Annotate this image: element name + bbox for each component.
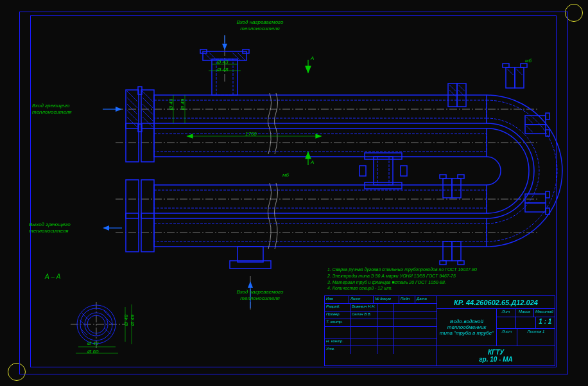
dim-d43-top: Ø 43 [217, 59, 228, 65]
label-input-heated-bottom: Вход нагреваемого теплоносителя [221, 289, 298, 301]
note-4: 4. Количество секций - 12 шт. [327, 285, 555, 292]
sec-dim-d48: Ø 48 [123, 315, 129, 326]
title-block-right: КР. 44.260602.65.Д12.024 Водо-водяной те… [437, 296, 555, 365]
org-group: гр. 10 - МА [479, 356, 513, 363]
tb-hdr-list: Лист [349, 296, 374, 303]
doc-number: КР. 44.260602.65.Д12.024 [437, 296, 555, 309]
tb-prover-name: Селин В.В. [350, 311, 377, 319]
tb-hdr-data: Дата [415, 296, 433, 303]
technical-notes: 1. Сварка ручная дуговая стальных трубоп… [327, 267, 555, 292]
meta-listov: Листов 1 [517, 329, 555, 346]
section-a-a-label: А – А [45, 273, 60, 281]
meta-lit: Лит [497, 309, 515, 317]
doc-desc-2: типа "труба в трубе" [440, 330, 494, 336]
dim-d48-top: Ø 48 [217, 67, 228, 73]
note-2: 2. Электроды типа Э 50 А марки УОНИ 13/5… [327, 273, 555, 279]
org-name: КГТУ [488, 349, 504, 356]
sec-dim-d60: Ø 60 [87, 349, 98, 355]
doc-desc-1: Водо-водяной теплообменник [438, 319, 495, 330]
tb-razrab-name: Вивевич Н.Н. [350, 304, 377, 311]
tb-razrab-label: Разраб. [325, 304, 350, 311]
section-marker-a-top: А [311, 55, 314, 61]
tb-hdr-izm: Изм [325, 296, 349, 303]
label-input-heating-left: Вход греющего теплоносителя [32, 103, 103, 115]
tb-hdr-ndokum: № докум [374, 296, 399, 303]
label-output-heating-left: Выход греющего теплоносителя [29, 222, 103, 234]
tb-utv-label: Утв. [325, 346, 350, 354]
sec-dim-d43: Ø 43 [87, 340, 98, 346]
meta-list: Лист [497, 329, 517, 346]
meta-massa: Масса [515, 309, 534, 317]
note-3: 3. Материал труб и фланцев ■сталь 20 ГОС… [327, 279, 555, 286]
dim-d43-v: Ø 43 [168, 99, 174, 110]
sec-dim-d49: Ø 49 [130, 315, 135, 326]
dim-d49-v: Ø 49 [180, 99, 186, 110]
title-block: Изм Лист № докум Подп Дата Разраб. Вивев… [324, 295, 555, 366]
dim-1700: 1700 [245, 131, 257, 137]
tb-prover-label: Провер. [325, 311, 350, 319]
tb-nkontr-label: Н. контр. [325, 338, 350, 346]
org-block: КГТУ гр. 10 - МА [437, 346, 555, 365]
bolt-marker-1: мб [282, 172, 289, 178]
doc-description: Водо-водяной теплообменник типа "труба в… [437, 309, 497, 346]
meta-mashtab: Масштаб [534, 309, 555, 317]
title-block-left: Изм Лист № докум Подп Дата Разраб. Вивев… [325, 296, 437, 365]
note-1: 1. Сварка ручная дуговая стальных трубоп… [327, 267, 555, 273]
label-input-heated-top: Вход нагреваемого теплоносителя [221, 19, 298, 31]
meta-scale-val: 1 : 1 [536, 317, 555, 328]
section-marker-a-bot: А [311, 159, 314, 165]
tb-hdr-podp: Подп [399, 296, 415, 303]
tb-tkontr-label: Т. контр. [325, 319, 350, 326]
bolt-marker-2: мб [525, 58, 532, 64]
